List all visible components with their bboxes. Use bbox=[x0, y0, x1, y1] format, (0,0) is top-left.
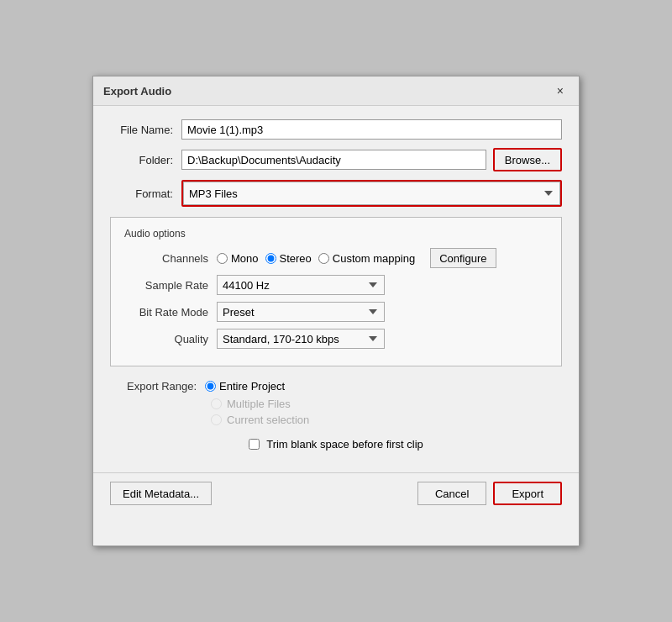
format-select-wrapper: MP3 Files WAV (Microsoft) AIFF (Apple) O… bbox=[181, 180, 562, 207]
configure-button[interactable]: Configure bbox=[430, 248, 496, 268]
browse-button[interactable]: Browse... bbox=[493, 148, 562, 171]
channels-radio-group: Mono Stereo Custom mapping Configure bbox=[217, 248, 496, 268]
sample-rate-label: Sample Rate bbox=[124, 279, 217, 292]
bit-rate-mode-row: Bit Rate Mode Preset Variable Average Co… bbox=[124, 302, 548, 322]
export-range-section: Export Range: Entire Project Multiple Fi… bbox=[110, 380, 562, 426]
channels-label: Channels bbox=[124, 252, 217, 265]
current-selection-option[interactable]: Current selection bbox=[127, 414, 545, 426]
stereo-label: Stereo bbox=[280, 252, 312, 265]
export-button[interactable]: Export bbox=[493, 482, 562, 505]
mono-option[interactable]: Mono bbox=[217, 252, 259, 265]
channels-row: Channels Mono Stereo Custom mapping Conf bbox=[124, 248, 548, 268]
format-label: Format: bbox=[110, 187, 181, 200]
file-name-row: File Name: bbox=[110, 119, 562, 140]
file-name-input[interactable] bbox=[181, 119, 562, 140]
bit-rate-mode-select[interactable]: Preset Variable Average Constant bbox=[217, 302, 385, 322]
close-button[interactable]: × bbox=[552, 83, 569, 98]
mono-radio[interactable] bbox=[217, 253, 228, 264]
audio-options-box: Audio options Channels Mono Stereo Cus bbox=[110, 217, 562, 366]
multiple-files-radio[interactable] bbox=[211, 398, 222, 409]
current-selection-label: Current selection bbox=[227, 414, 309, 426]
folder-input[interactable] bbox=[181, 150, 486, 170]
entire-project-option[interactable]: Entire Project bbox=[205, 380, 285, 393]
quality-label: Quality bbox=[124, 333, 217, 345]
dialog-content: File Name: Folder: Browse... Format: MP3… bbox=[93, 106, 579, 464]
custom-mapping-label: Custom mapping bbox=[333, 252, 415, 265]
sample-rate-select[interactable]: 8000 Hz 11025 Hz 16000 Hz 22050 Hz 44100… bbox=[217, 275, 385, 295]
current-selection-radio[interactable] bbox=[211, 414, 222, 425]
trim-checkbox[interactable] bbox=[249, 439, 260, 450]
stereo-option[interactable]: Stereo bbox=[265, 252, 312, 265]
folder-row: Folder: Browse... bbox=[110, 148, 562, 171]
multiple-files-option[interactable]: Multiple Files bbox=[127, 398, 545, 410]
format-select[interactable]: MP3 Files WAV (Microsoft) AIFF (Apple) O… bbox=[183, 182, 560, 205]
file-name-label: File Name: bbox=[110, 124, 181, 136]
edit-metadata-button[interactable]: Edit Metadata... bbox=[110, 482, 212, 505]
custom-mapping-option[interactable]: Custom mapping bbox=[318, 252, 415, 265]
title-bar: Export Audio × bbox=[93, 76, 579, 106]
trim-checkbox-row: Trim blank space before first clip bbox=[110, 438, 562, 451]
audio-options-title: Audio options bbox=[124, 228, 548, 240]
sample-rate-row: Sample Rate 8000 Hz 11025 Hz 16000 Hz 22… bbox=[124, 275, 548, 295]
custom-radio[interactable] bbox=[318, 253, 329, 264]
stereo-radio[interactable] bbox=[265, 253, 276, 264]
export-audio-dialog: Export Audio × File Name: Folder: Browse… bbox=[92, 76, 580, 546]
bit-rate-mode-label: Bit Rate Mode bbox=[124, 306, 217, 319]
mono-label: Mono bbox=[231, 252, 259, 265]
export-range-title-row: Export Range: Entire Project bbox=[127, 380, 545, 393]
entire-project-radio[interactable] bbox=[205, 381, 216, 392]
export-range-label: Export Range: bbox=[127, 380, 197, 393]
format-row: Format: MP3 Files WAV (Microsoft) AIFF (… bbox=[110, 180, 562, 207]
dialog-title: Export Audio bbox=[103, 85, 171, 98]
cancel-button[interactable]: Cancel bbox=[417, 482, 486, 505]
folder-label: Folder: bbox=[110, 154, 181, 166]
quality-row: Quality Standard, 170-210 kbps Medium, 1… bbox=[124, 329, 548, 349]
entire-project-label: Entire Project bbox=[219, 380, 285, 393]
multiple-files-label: Multiple Files bbox=[227, 398, 291, 410]
bottom-bar: Edit Metadata... Cancel Export bbox=[93, 472, 579, 514]
bottom-right-buttons: Cancel Export bbox=[417, 482, 562, 505]
trim-label: Trim blank space before first clip bbox=[266, 438, 423, 451]
quality-select[interactable]: Standard, 170-210 kbps Medium, 145-185 k… bbox=[217, 329, 385, 349]
